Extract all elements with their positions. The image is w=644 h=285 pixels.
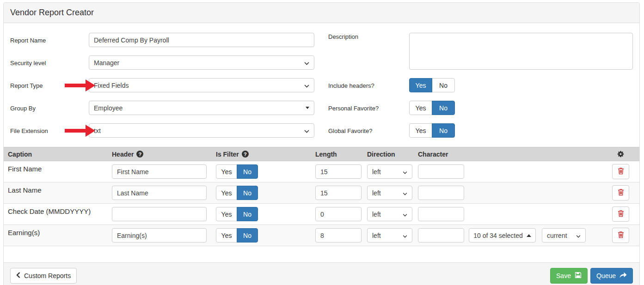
personal-favorite-toggle: Yes No: [409, 101, 455, 115]
help-icon[interactable]: ?: [242, 151, 249, 158]
include-headers-toggle: Yes No: [409, 78, 455, 92]
gear-icon[interactable]: [613, 151, 624, 158]
include-headers-no-button[interactable]: No: [432, 78, 455, 92]
chevron-down-icon: [304, 59, 309, 67]
direction-select[interactable]: left: [367, 207, 412, 221]
global-favorite-no-button[interactable]: No: [432, 123, 455, 138]
direction-value: left: [372, 211, 381, 218]
trash-icon: [618, 188, 624, 197]
column-character: Character: [414, 151, 465, 158]
file-extension-select[interactable]: txt: [89, 123, 314, 138]
chevron-down-icon: [403, 189, 407, 197]
description-textarea[interactable]: [409, 33, 633, 70]
trash-icon: [618, 167, 624, 176]
report-name-input[interactable]: [89, 33, 314, 47]
help-icon[interactable]: ?: [136, 151, 143, 158]
form: Report Name Security level Manager Repor…: [10, 33, 633, 146]
chevron-down-icon: [576, 232, 581, 239]
is-filter-no-button[interactable]: No: [237, 207, 258, 221]
queue-forward-icon: [619, 272, 627, 280]
earnings-period-select[interactable]: current: [542, 228, 586, 243]
header-input[interactable]: [112, 164, 207, 179]
delete-row-button[interactable]: [612, 164, 629, 179]
character-input[interactable]: [418, 228, 464, 243]
personal-favorite-label: Personal Favorite?: [328, 104, 409, 112]
is-filter-no-button[interactable]: No: [237, 228, 258, 243]
character-input[interactable]: [418, 207, 464, 221]
save-icon: [575, 272, 582, 280]
caret-down-icon: [306, 107, 309, 109]
is-filter-toggle: Yes No: [216, 186, 258, 200]
header-input[interactable]: [112, 207, 207, 221]
multiselect-label: 10 of 34 selected: [473, 232, 523, 239]
is-filter-yes-button[interactable]: Yes: [216, 164, 237, 179]
form-left-column: Report Name Security level Manager Repor…: [10, 33, 314, 146]
group-by-row: Group By Employee: [10, 101, 314, 115]
personal-favorite-row: Personal Favorite? Yes No: [328, 101, 633, 115]
include-headers-label: Include headers?: [328, 82, 409, 89]
group-by-value: Employee: [94, 104, 123, 112]
is-filter-toggle: Yes No: [216, 164, 258, 179]
direction-select[interactable]: left: [367, 186, 412, 200]
caret-up-icon: [527, 234, 531, 237]
is-filter-toggle: Yes No: [216, 228, 258, 243]
column-caption: Caption: [4, 151, 108, 158]
length-input[interactable]: [315, 228, 362, 243]
fields-table-header: Caption Header ? Is Filter ? Length Dire…: [4, 147, 639, 161]
description-label: Description: [328, 33, 409, 40]
security-level-select[interactable]: Manager: [89, 55, 314, 70]
custom-reports-back-button[interactable]: Custom Reports: [10, 268, 77, 284]
direction-select[interactable]: left: [367, 228, 412, 243]
panel-body: Report Name Security level Manager Repor…: [4, 23, 639, 246]
is-filter-no-button[interactable]: No: [237, 186, 258, 200]
is-filter-no-button[interactable]: No: [237, 164, 258, 179]
include-headers-yes-button[interactable]: Yes: [409, 78, 432, 92]
earnings-multiselect-button[interactable]: 10 of 34 selected: [469, 228, 536, 243]
is-filter-yes-button[interactable]: Yes: [216, 186, 237, 200]
is-filter-yes-button[interactable]: Yes: [216, 228, 237, 243]
trash-icon: [618, 210, 624, 218]
report-type-label: Report Type: [10, 82, 89, 89]
queue-button[interactable]: Queue: [590, 268, 633, 284]
group-by-dropdown[interactable]: Employee: [89, 101, 314, 115]
chevron-left-icon: [16, 272, 20, 279]
row-caption: Last Name: [4, 182, 108, 194]
chevron-down-icon: [403, 232, 407, 239]
delete-row-button[interactable]: [612, 228, 629, 243]
delete-row-button[interactable]: [612, 206, 629, 222]
column-length: Length: [311, 151, 363, 158]
row-caption: Earning(s): [4, 225, 108, 236]
personal-favorite-yes-button[interactable]: Yes: [409, 101, 432, 115]
header-input[interactable]: [112, 228, 207, 243]
report-type-select[interactable]: Fixed Fields: [89, 78, 314, 92]
security-level-label: Security level: [10, 59, 89, 67]
save-button[interactable]: Save: [550, 268, 588, 284]
queue-label: Queue: [596, 272, 616, 279]
report-name-label: Report Name: [10, 36, 89, 44]
global-favorite-label: Global Favorite?: [328, 127, 409, 134]
panel-footer: Custom Reports Save Queue: [4, 262, 639, 285]
file-extension-row: File Extension txt: [10, 123, 314, 138]
personal-favorite-no-button[interactable]: No: [432, 101, 455, 115]
chevron-down-icon: [304, 82, 309, 89]
file-extension-label: File Extension: [10, 127, 89, 134]
custom-reports-label: Custom Reports: [24, 272, 71, 279]
delete-row-button[interactable]: [612, 185, 629, 200]
character-input[interactable]: [418, 164, 464, 179]
header-input[interactable]: [112, 186, 207, 200]
length-input[interactable]: [315, 164, 362, 179]
character-input[interactable]: [418, 186, 464, 200]
length-input[interactable]: [315, 186, 362, 200]
security-level-value: Manager: [94, 59, 119, 67]
length-input[interactable]: [315, 207, 362, 221]
direction-select[interactable]: left: [367, 164, 412, 179]
trash-icon: [618, 231, 624, 240]
footer-actions: Save Queue: [550, 268, 633, 284]
save-label: Save: [556, 272, 571, 279]
is-filter-yes-button[interactable]: Yes: [216, 207, 237, 221]
report-name-row: Report Name: [10, 33, 314, 47]
table-row-first-name: First Name Yes No left: [4, 161, 639, 182]
global-favorite-yes-button[interactable]: Yes: [409, 123, 432, 138]
report-type-value: Fixed Fields: [94, 82, 129, 89]
direction-value: left: [372, 232, 381, 239]
